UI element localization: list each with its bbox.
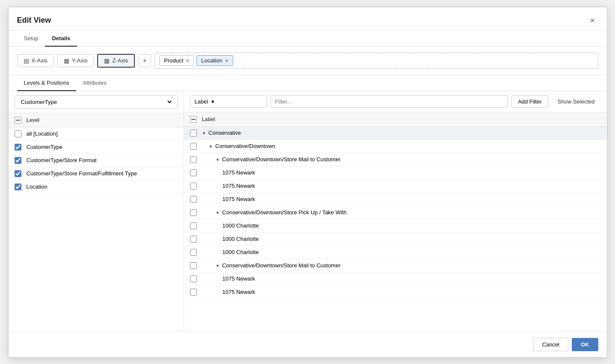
row-newark-2-checkbox[interactable]: [190, 183, 197, 189]
row-conservative-downtown-checkbox[interactable]: [190, 143, 197, 150]
row-charlotte-3-checkbox[interactable]: [190, 249, 197, 256]
table-row: 1000 Charlotte: [184, 246, 607, 259]
ok-button[interactable]: OK: [572, 338, 598, 351]
z-axis-button[interactable]: ▦ Z-Axis: [97, 54, 135, 68]
tree-toggle-icon[interactable]: ▼: [216, 157, 220, 162]
left-panel: CustomerType Location Product Level all …: [9, 91, 184, 331]
edit-view-modal: Edit View × Setup Details ▤ X-Axis ▦ Y-A…: [8, 7, 607, 358]
table-row: all [Location]: [9, 127, 184, 141]
x-axis-button[interactable]: ▤ X-Axis: [17, 54, 54, 67]
left-table-header: Level: [9, 113, 184, 127]
left-table-body: all [Location] CustomerType CustomerType…: [9, 127, 184, 331]
row-store-mail-checkbox[interactable]: [190, 156, 197, 163]
filter-input[interactable]: [270, 95, 508, 108]
row-charlotte-2-checkbox[interactable]: [190, 236, 197, 243]
row-newark-5-checkbox[interactable]: [190, 289, 197, 296]
close-button[interactable]: ×: [587, 15, 598, 26]
left-filter-row: CustomerType Location Product: [9, 91, 184, 113]
row-location-checkbox[interactable]: [15, 183, 21, 190]
right-table-body: ▼ Conservative ▼ Conservative/Downtown: [184, 127, 607, 331]
right-panel: Label ▾ Add Filter Show Selected Label ▼…: [184, 91, 607, 331]
row-customertype-store-format-fulfillment-checkbox[interactable]: [15, 170, 21, 177]
chip-product-close[interactable]: ×: [186, 58, 189, 64]
table-row: ▼ Conservative/Downtown/Store Mail to Cu…: [184, 259, 607, 272]
sub-tab-levels-positions[interactable]: Levels & Positions: [17, 75, 76, 91]
content-area: CustomerType Location Product Level all …: [9, 91, 607, 331]
table-row: 1075 Newark: [184, 193, 607, 206]
table-row: CustomerType: [9, 141, 184, 154]
customer-type-select[interactable]: CustomerType Location Product: [19, 98, 173, 106]
right-table-header: Label: [184, 112, 607, 127]
axis-row: ▤ X-Axis ▦ Y-Axis ▦ Z-Axis + Product × L…: [9, 47, 607, 75]
modal-footer: Cancel OK: [9, 331, 607, 357]
chip-area: Product × Location ×: [154, 53, 598, 69]
table-row: ▼ Conservative/Downtown/Store Pick Up / …: [184, 206, 607, 219]
add-axis-button[interactable]: +: [138, 54, 151, 67]
tree-toggle-icon[interactable]: ▼: [216, 263, 220, 268]
table-row: CustomerType/Store Format: [9, 154, 184, 167]
table-row: Location: [9, 181, 184, 194]
row-pickup-checkbox[interactable]: [190, 209, 197, 216]
z-axis-icon: ▦: [104, 57, 110, 64]
table-row: 1075 Newark: [184, 272, 607, 286]
table-row: 1075 Newark: [184, 286, 607, 299]
table-row: ▼ Conservative: [184, 127, 607, 140]
label-dropdown[interactable]: Label ▾: [190, 95, 267, 108]
modal-header: Edit View ×: [9, 7, 607, 31]
table-row: 1000 Charlotte: [184, 233, 607, 246]
table-row: 1075 Newark: [184, 166, 607, 180]
customer-type-dropdown[interactable]: CustomerType Location Product: [15, 95, 178, 109]
sub-tabs: Levels & Positions Attributes: [9, 75, 607, 91]
row-store-mail-2-checkbox[interactable]: [190, 262, 197, 269]
left-header-checkbox[interactable]: [15, 117, 21, 124]
x-axis-icon: ▤: [24, 57, 29, 64]
right-filter-row: Label ▾ Add Filter Show Selected: [184, 91, 607, 112]
tree-toggle-icon[interactable]: ▼: [202, 131, 206, 136]
row-newark-3-checkbox[interactable]: [190, 196, 197, 203]
right-header-checkbox[interactable]: [190, 116, 197, 123]
row-conservative-checkbox[interactable]: [190, 130, 197, 136]
table-row: ▼ Conservative/Downtown/Store Mail to Cu…: [184, 153, 607, 166]
main-tabs: Setup Details: [9, 31, 607, 47]
table-row: 1000 Charlotte: [184, 219, 607, 233]
row-charlotte-1-checkbox[interactable]: [190, 222, 197, 229]
tab-details[interactable]: Details: [45, 31, 77, 47]
row-customertype-store-format-checkbox[interactable]: [15, 157, 21, 164]
y-axis-icon: ▦: [64, 57, 69, 64]
chip-product[interactable]: Product ×: [159, 55, 194, 66]
table-row: CustomerType/Store Format/Fulfillment Ty…: [9, 167, 184, 181]
y-axis-button[interactable]: ▦ Y-Axis: [57, 54, 94, 67]
sub-tab-attributes[interactable]: Attributes: [76, 75, 113, 91]
chip-location[interactable]: Location ×: [196, 55, 233, 66]
tree-toggle-icon[interactable]: ▼: [216, 210, 220, 215]
tab-setup[interactable]: Setup: [17, 31, 45, 47]
cancel-button[interactable]: Cancel: [533, 338, 568, 351]
row-all-location-checkbox[interactable]: [15, 130, 21, 137]
chevron-down-icon: ▾: [211, 98, 214, 105]
row-customertype-checkbox[interactable]: [15, 144, 21, 151]
modal-title: Edit View: [17, 16, 51, 25]
show-selected-button[interactable]: Show Selected: [552, 96, 601, 107]
table-row: 1075 Newark: [184, 180, 607, 193]
add-filter-button[interactable]: Add Filter: [511, 95, 548, 108]
chip-location-close[interactable]: ×: [225, 58, 228, 64]
tree-toggle-icon[interactable]: ▼: [209, 144, 213, 149]
row-newark-1-checkbox[interactable]: [190, 169, 197, 176]
row-newark-4-checkbox[interactable]: [190, 275, 197, 282]
table-row: ▼ Conservative/Downtown: [184, 140, 607, 153]
